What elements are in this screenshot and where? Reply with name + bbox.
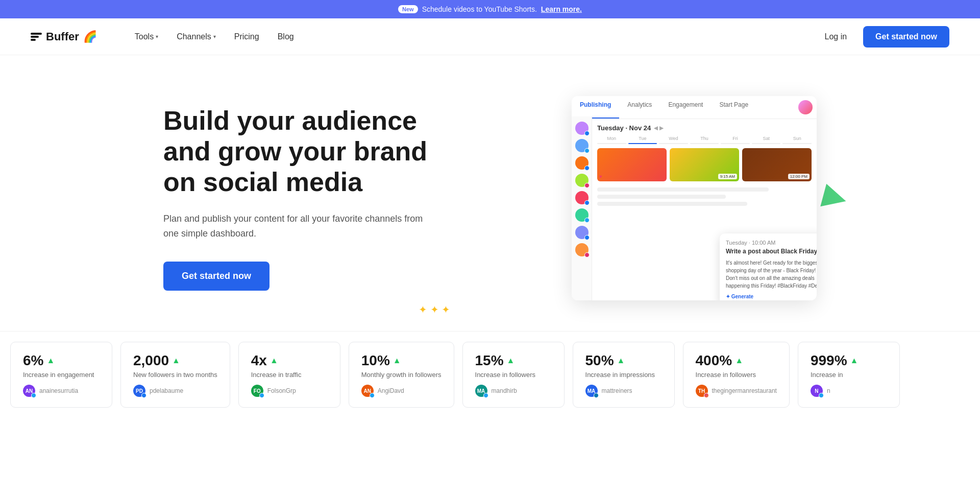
dashboard-mockup: Publishing Analytics Engagement Start Pa…: [572, 96, 817, 300]
post-card-2[interactable]: 9:15 AM: [670, 148, 739, 181]
hero-subtitle: Plan and publish your content for all yo…: [163, 211, 429, 241]
login-button[interactable]: Log in: [817, 28, 855, 45]
social-badge-icon: [370, 393, 375, 398]
sidebar-channel-4[interactable]: [575, 174, 589, 187]
post-time-2: 12:00 PM: [788, 174, 810, 179]
sidebar-channel-8[interactable]: [575, 243, 589, 256]
announcement-bar: New Schedule videos to YouTube Shorts. L…: [0, 0, 980, 18]
stat-label: Monthly growth in followers: [361, 371, 442, 379]
announcement-link[interactable]: Learn more.: [541, 5, 582, 13]
hero-content: Build your audience and grow your brand …: [163, 106, 429, 291]
logo[interactable]: Buffer 🌈: [31, 30, 97, 43]
sidebar-channel-1[interactable]: [575, 122, 589, 135]
stat-card: 999% ▲ Increase in N n: [798, 342, 900, 408]
user-avatar-header: [794, 96, 817, 119]
social-badge-icon: [704, 393, 709, 398]
tools-chevron-icon: ▾: [156, 34, 158, 39]
week-day-sat: Sat: [752, 136, 781, 141]
stat-card: 15% ▲ Increase in followers MA mandhirb: [462, 342, 565, 408]
stat-user-avatar: FO: [251, 385, 263, 397]
sidebar-channel-7[interactable]: [575, 226, 589, 239]
stat-label: New followers in two months: [133, 371, 217, 379]
stat-username: mandhirb: [492, 387, 517, 394]
stat-user-avatar: MA: [585, 385, 598, 397]
stat-up-arrow: ▲: [270, 356, 278, 365]
hero-image: Publishing Analytics Engagement Start Pa…: [429, 96, 817, 300]
stat-user: MA mandhirb: [475, 385, 552, 397]
stats-bar: 6% ▲ Increase in engagement AN anainesur…: [0, 331, 980, 418]
tab-engagement[interactable]: Engagement: [660, 96, 711, 119]
nav-blog[interactable]: Blog: [271, 28, 301, 45]
ai-compose-panel: Tuesday · 10:00 AM Write a post about Bl…: [720, 233, 817, 300]
stat-label: Increase in impressions: [585, 371, 662, 379]
stat-number: 10% ▲: [361, 352, 442, 369]
week-day-sun: Sun: [782, 136, 812, 141]
navbar-cta-button[interactable]: Get started now: [863, 26, 949, 48]
stat-card: 400% ▲ Increase in followers TH theginge…: [683, 342, 790, 408]
dashboard-main-content: Tuesday · Nov 24 ◀ ▶ Mon Tue Wed Thu Fri…: [592, 119, 817, 214]
stat-up-arrow: ▲: [850, 356, 859, 365]
stat-user-avatar: N: [811, 385, 823, 397]
sidebar-channel-3[interactable]: [575, 156, 589, 170]
nav-pricing[interactable]: Pricing: [227, 28, 266, 45]
stat-user: AN AngiDavd: [361, 385, 442, 397]
stat-username: pdelabaume: [150, 387, 183, 394]
post-time-1: 9:15 AM: [718, 174, 737, 179]
stat-card: 2,000 ▲ New followers in two months PD p…: [120, 342, 230, 408]
navbar-actions: Log in Get started now: [817, 26, 950, 48]
nav-channels[interactable]: Channels ▾: [169, 28, 223, 45]
stat-user: FO FolsonGrp: [251, 385, 328, 397]
week-day-wed: Wed: [659, 136, 688, 141]
stat-card: 10% ▲ Monthly growth in followers AN Ang…: [349, 342, 454, 408]
hero-cta-button[interactable]: Get started now: [163, 262, 270, 291]
logo-icon: [31, 33, 42, 41]
post-card-1[interactable]: ♥: [597, 148, 667, 181]
sparkles-decoration: ✦ ✦ ✦: [419, 303, 450, 316]
tab-start-page[interactable]: Start Page: [711, 96, 756, 119]
stat-card: 4x ▲ Increase in traffic FO FolsonGrp: [238, 342, 340, 408]
week-day-thu: Thu: [690, 136, 719, 141]
dashboard-sidebar: [572, 116, 592, 300]
ai-generate-button[interactable]: ✦ Generate: [726, 294, 753, 299]
stat-label: Increase in followers: [696, 371, 777, 379]
post-cards-row: ♥ 9:15 AM 12:00 PM: [597, 148, 812, 181]
stat-up-arrow: ▲: [735, 356, 743, 365]
stat-username: thegingermanrestaurant: [712, 387, 777, 394]
stat-label: Increase in traffic: [251, 371, 328, 379]
stat-up-arrow: ▲: [393, 356, 401, 365]
social-badge-icon: [594, 393, 599, 398]
stat-user-avatar: AN: [361, 385, 374, 397]
sidebar-channel-2[interactable]: [575, 139, 589, 152]
stat-user-avatar: MA: [475, 385, 487, 397]
tab-publishing[interactable]: Publishing: [572, 96, 619, 119]
stat-user: PD pdelabaume: [133, 385, 217, 397]
stat-card: 50% ▲ Increase in impressions MA mattrei…: [573, 342, 675, 408]
heart-icon: ♥: [599, 174, 602, 179]
stat-number: 50% ▲: [585, 352, 662, 369]
tab-analytics[interactable]: Analytics: [619, 96, 660, 119]
post-card-3[interactable]: 12:00 PM: [742, 148, 812, 181]
stat-number: 6% ▲: [23, 352, 100, 369]
stats-container: 6% ▲ Increase in engagement AN anainesur…: [0, 342, 980, 408]
stat-username: mattreiners: [602, 387, 632, 394]
sidebar-channel-6[interactable]: [575, 208, 589, 222]
ai-panel-date: Tuesday · 10:00 AM: [726, 240, 817, 246]
hero-title: Build your audience and grow your brand …: [163, 106, 429, 197]
week-headers: Mon Tue Wed Thu Fri Sat Sun: [597, 136, 812, 141]
stat-user: AN anainesurrutia: [23, 385, 100, 397]
stat-user-avatar: PD: [133, 385, 145, 397]
nav-menu: Tools ▾ Channels ▾ Pricing Blog: [128, 28, 817, 45]
stat-user-avatar: AN: [23, 385, 35, 397]
hero-section: Build your audience and grow your brand …: [133, 55, 847, 331]
nav-tools[interactable]: Tools ▾: [128, 28, 165, 45]
stat-label: Increase in followers: [475, 371, 552, 379]
sidebar-channel-5[interactable]: [575, 191, 589, 204]
social-badge-icon: [259, 393, 264, 398]
announcement-text: Schedule videos to YouTube Shorts.: [422, 5, 537, 13]
decorative-arrow: ▶: [820, 175, 852, 216]
stat-label: Increase in: [811, 371, 887, 379]
stat-username: AngiDavd: [378, 387, 404, 394]
social-badge-icon: [819, 393, 824, 398]
dashboard-tabs: Publishing Analytics Engagement Start Pa…: [572, 96, 817, 119]
date-nav-icon: ◀ ▶: [654, 125, 664, 131]
